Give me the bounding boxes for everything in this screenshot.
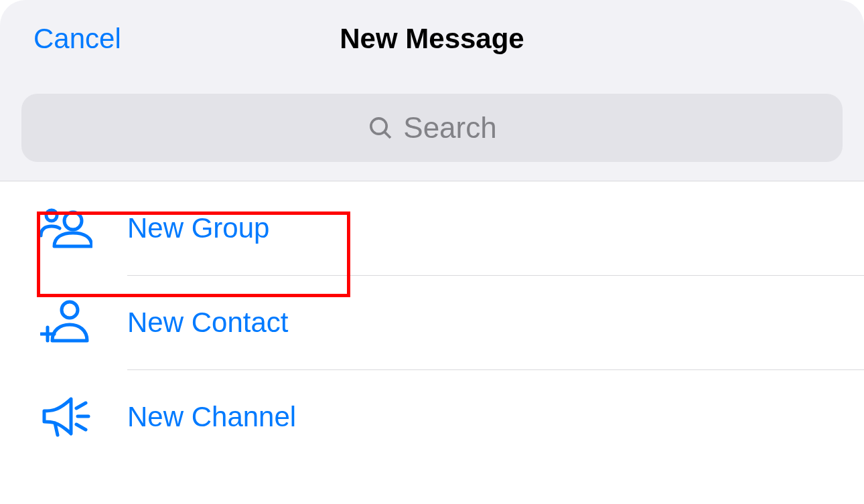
svg-line-8 (76, 403, 86, 408)
new-channel-label: New Channel (127, 401, 296, 433)
svg-point-4 (62, 302, 78, 318)
svg-line-9 (76, 424, 86, 430)
svg-point-3 (46, 210, 57, 221)
add-contact-icon (40, 299, 127, 346)
search-placeholder: Search (403, 111, 496, 145)
search-input[interactable]: Search (21, 94, 843, 162)
megaphone-icon (40, 395, 127, 439)
sheet-header: Cancel New Message (0, 5, 864, 79)
new-message-sheet: Cancel New Message Search (0, 0, 864, 181)
search-container: Search (0, 79, 864, 181)
svg-point-0 (371, 118, 386, 134)
actions-list: New Group New Contact New Channel (0, 181, 864, 464)
new-contact-label: New Contact (127, 307, 288, 339)
svg-line-1 (384, 132, 390, 138)
group-icon (40, 207, 127, 249)
cancel-button[interactable]: Cancel (33, 23, 121, 55)
new-channel-item[interactable]: New Channel (0, 370, 864, 464)
search-icon (367, 114, 394, 141)
new-group-label: New Group (127, 212, 269, 244)
new-contact-item[interactable]: New Contact (0, 276, 864, 369)
svg-point-2 (64, 212, 82, 230)
new-group-item[interactable]: New Group (0, 181, 864, 275)
page-title: New Message (340, 23, 524, 55)
